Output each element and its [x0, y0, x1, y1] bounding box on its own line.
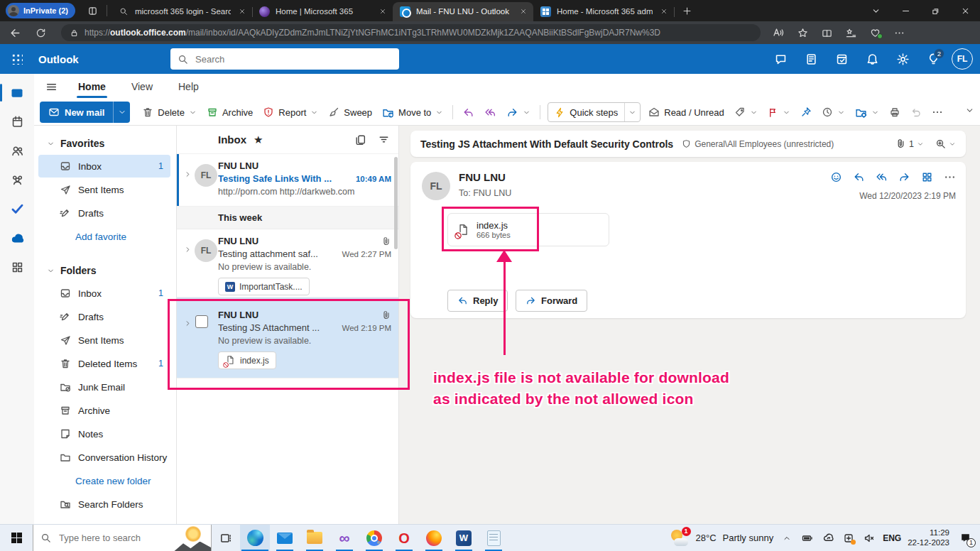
paperclip-icon[interactable]: [895, 138, 906, 149]
back-button[interactable]: [4, 23, 26, 42]
folder-item-conversation-history[interactable]: Conversation History: [38, 446, 170, 469]
taskbar-edge-icon[interactable]: [240, 525, 270, 551]
archive-button[interactable]: Archive: [202, 102, 258, 123]
taskbar-firefox-icon[interactable]: [419, 525, 449, 551]
pin-button[interactable]: [795, 102, 817, 123]
more-actions-icon[interactable]: [944, 171, 956, 183]
create-new-folder-link[interactable]: Create new folder: [38, 469, 170, 492]
taskbar-word-icon[interactable]: W: [449, 525, 479, 551]
email-row-safe-links[interactable]: FL FNU LNU Testing Safe Links With ...10…: [177, 154, 398, 207]
favorites-header[interactable]: Favorites: [34, 133, 176, 154]
language-indicator[interactable]: ENG: [883, 533, 901, 543]
taskbar-search-input[interactable]: [58, 532, 164, 544]
rail-groups-icon[interactable]: [0, 165, 34, 195]
folder-item-junk[interactable]: Junk Email: [38, 376, 170, 398]
reply-all-icon[interactable]: [876, 171, 888, 183]
categorize-tag-button[interactable]: [729, 102, 763, 123]
undo-button[interactable]: [905, 102, 927, 123]
outlook-search-box[interactable]: [170, 48, 399, 70]
tab-close-icon[interactable]: [518, 6, 529, 17]
rail-people-icon[interactable]: [0, 136, 34, 165]
rail-todo-icon[interactable]: [0, 195, 34, 224]
folder-item-notes[interactable]: Notes: [38, 422, 170, 445]
select-messages-icon[interactable]: [354, 133, 366, 146]
reply-icon[interactable]: [853, 171, 865, 183]
browser-tab-outlook[interactable]: Mail - FNU LNU - Outlook: [393, 2, 533, 21]
window-minimize-button[interactable]: [891, 0, 920, 21]
move-to-button[interactable]: Move to: [377, 102, 448, 123]
favorite-star-icon[interactable]: [792, 23, 813, 42]
expand-chevron-icon[interactable]: [184, 168, 192, 181]
list-scrollbar[interactable]: [394, 157, 398, 249]
favorite-item-sent[interactable]: Sent Items: [38, 178, 170, 201]
rail-onedrive-icon[interactable]: [0, 224, 34, 253]
hamburger-menu-icon[interactable]: [40, 76, 62, 97]
react-smiley-icon[interactable]: [830, 171, 842, 183]
new-mail-button[interactable]: New mail: [40, 102, 130, 123]
filter-icon[interactable]: [378, 133, 390, 146]
browser-menu-icon[interactable]: [888, 23, 910, 42]
tab-help[interactable]: Help: [168, 74, 209, 99]
tab-actions-icon[interactable]: [84, 3, 102, 18]
folder-item-drafts[interactable]: Drafts: [38, 305, 170, 328]
reply-button[interactable]: Reply: [447, 290, 508, 312]
clock[interactable]: 11:29 22-12-2023: [908, 528, 949, 547]
refresh-button[interactable]: [30, 23, 51, 42]
weather-temp[interactable]: 28°C: [696, 533, 717, 543]
folder-item-archive[interactable]: Archive: [38, 399, 170, 422]
tab-search-chevron-icon[interactable]: [861, 0, 891, 21]
read-unread-button[interactable]: Read / Unread: [643, 102, 729, 123]
rail-more-apps-icon[interactable]: [0, 253, 34, 282]
favorite-item-drafts[interactable]: Drafts: [38, 202, 170, 224]
split-screen-icon[interactable]: [816, 23, 837, 42]
account-avatar[interactable]: FL: [952, 48, 973, 70]
taskbar-mail-icon[interactable]: [270, 525, 300, 551]
chevron-down-icon[interactable]: [917, 141, 924, 148]
my-day-icon[interactable]: [829, 47, 854, 71]
taskbar-opera-icon[interactable]: O: [389, 525, 419, 551]
reply-icon-button[interactable]: [457, 102, 479, 123]
new-tab-button[interactable]: [678, 2, 697, 19]
search-input[interactable]: [194, 53, 392, 65]
folder-item-deleted[interactable]: Deleted Items 1: [38, 352, 170, 375]
window-restore-button[interactable]: [920, 0, 950, 21]
tab-close-icon[interactable]: [658, 6, 670, 17]
email-row-attachment-safety[interactable]: FL FNU LNU Testing attachment saf...Wed …: [177, 229, 398, 298]
settings-gear-icon[interactable]: [891, 47, 915, 71]
browser-essentials-icon[interactable]: [864, 23, 886, 42]
taskbar-file-explorer-icon[interactable]: [300, 525, 330, 551]
expand-chevron-icon[interactable]: [184, 244, 192, 256]
taskbar-notepad-icon[interactable]: [479, 525, 508, 551]
browser-tab-search[interactable]: microsoft 365 login - Search: [111, 2, 252, 21]
browser-tab-m365-home[interactable]: Home | Microsoft 365: [252, 2, 393, 21]
taskbar-search-box[interactable]: [33, 525, 212, 551]
tips-bulb-icon[interactable]: 2: [921, 47, 945, 71]
start-button[interactable]: [0, 525, 33, 551]
tab-home[interactable]: Home: [68, 74, 116, 99]
read-aloud-icon[interactable]: [768, 23, 789, 42]
print-button[interactable]: [884, 102, 905, 123]
reply-all-icon-button[interactable]: [479, 102, 501, 123]
apps-grid-icon[interactable]: [921, 171, 933, 183]
teams-chat-icon[interactable]: [768, 47, 793, 71]
battery-icon[interactable]: [800, 530, 815, 547]
notifications-bell-icon[interactable]: [860, 47, 884, 71]
taskbar-visual-studio-icon[interactable]: ∞: [330, 525, 359, 551]
more-commands-icon[interactable]: [927, 102, 948, 123]
onedrive-sync-icon[interactable]: [821, 530, 835, 547]
attachment-chip-word[interactable]: W ImportantTask....: [218, 278, 310, 295]
quick-steps-button[interactable]: Quick steps: [548, 102, 641, 122]
chevron-down-icon[interactable]: [949, 141, 956, 148]
report-button[interactable]: Report: [258, 102, 323, 123]
tab-close-icon[interactable]: [236, 6, 248, 17]
flag-button[interactable]: [763, 102, 795, 123]
collections-icon[interactable]: [840, 23, 861, 42]
address-bar[interactable]: https://outlook.office.com/mail/inbox/id…: [61, 24, 761, 41]
folder-item-search-folders[interactable]: Search Folders: [38, 493, 170, 515]
inprivate-badge[interactable]: InPrivate (2): [6, 3, 75, 18]
volume-muted-icon[interactable]: [862, 530, 876, 547]
window-close-button[interactable]: [950, 0, 980, 21]
add-favorite-link[interactable]: Add favorite: [38, 225, 170, 248]
forward-icon[interactable]: [898, 171, 910, 183]
tab-close-icon[interactable]: [377, 6, 388, 17]
